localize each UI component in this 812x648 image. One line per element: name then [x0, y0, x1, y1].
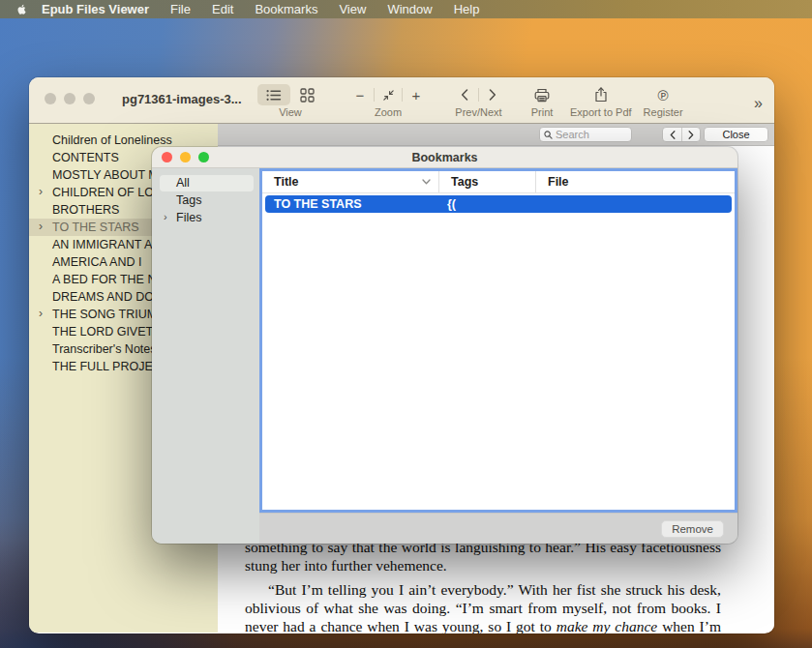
- prev-button[interactable]: [451, 84, 478, 105]
- sidebar-item-label: THE LORD GIVETH: [52, 325, 162, 339]
- column-header-title[interactable]: Title: [262, 171, 438, 192]
- toolbar-group-zoom: − + Zoom: [346, 83, 430, 118]
- apple-menu[interactable]: [10, 2, 33, 16]
- sidebar-item-label: THE FULL PROJEC: [52, 360, 162, 373]
- menu-item-help[interactable]: Help: [443, 2, 491, 16]
- menu-app-name[interactable]: Epub Files Viewer: [33, 2, 160, 16]
- chevron-right-icon: [489, 89, 496, 101]
- dialog-minimize-button[interactable]: [180, 152, 191, 162]
- window-titlebar[interactable]: pg71361-images-3... View −: [29, 77, 774, 124]
- disclosure-chevron-icon[interactable]: ›: [39, 305, 43, 322]
- bookmarks-filter-item[interactable]: All: [160, 175, 254, 191]
- toolbar-group-print: Print: [526, 83, 558, 118]
- toolbar-group-prevnext: Prev/Next: [451, 83, 506, 118]
- minimize-window-button[interactable]: [64, 93, 75, 104]
- grid-view-button[interactable]: [290, 84, 323, 105]
- dialog-bottom-bar: Remove: [259, 513, 737, 544]
- bookmarks-filter-item-label: Files: [176, 211, 201, 224]
- window-title: pg71361-images-3...: [122, 92, 250, 106]
- sidebar-item-label: DREAMS AND DOL: [52, 290, 161, 304]
- table-header: TitleTagsFile: [262, 171, 735, 193]
- grid-view-icon: [300, 88, 315, 103]
- sort-chevron-icon[interactable]: [422, 179, 431, 185]
- toolbar-view-label: View: [279, 106, 302, 118]
- dialog-close-button[interactable]: [162, 152, 172, 162]
- toolbar-export-label: Export to Pdf: [570, 106, 632, 118]
- bookmarks-titlebar[interactable]: Bookmarks: [152, 147, 737, 168]
- toolbar-overflow-button[interactable]: »: [754, 95, 761, 112]
- next-result-button[interactable]: [681, 128, 700, 141]
- sidebar-item-label: CONTENTS: [52, 151, 119, 164]
- bookmark-cell-title: TO THE STARS: [265, 197, 438, 211]
- export-to-pdf-button[interactable]: [585, 84, 617, 105]
- menu-item-window[interactable]: Window: [376, 2, 442, 16]
- registered-p-icon: ℗: [658, 87, 669, 103]
- close-search-button[interactable]: Close: [704, 127, 768, 142]
- bookmarks-filter-item-label: Tags: [176, 193, 201, 207]
- dialog-title: Bookmarks: [411, 151, 477, 164]
- column-header-tags[interactable]: Tags: [438, 171, 535, 192]
- disclosure-chevron-icon[interactable]: ›: [164, 209, 167, 225]
- column-header-label: Tags: [451, 175, 478, 189]
- share-icon: [594, 87, 608, 103]
- column-header-label: Title: [274, 175, 298, 189]
- bookmarks-table[interactable]: TitleTagsFile TO THE STARS{(: [259, 168, 737, 513]
- toolbar-group-register: ℗ Register: [644, 83, 683, 118]
- register-button[interactable]: ℗: [649, 84, 677, 105]
- apple-logo-icon: [15, 2, 28, 16]
- table-rows: TO THE STARS{(: [262, 193, 735, 510]
- next-button[interactable]: [479, 84, 506, 105]
- sidebar-item-label: BROTHERS: [52, 203, 119, 217]
- close-window-button[interactable]: [45, 93, 56, 104]
- sidebar-item-label: CHILDREN OF LON: [52, 186, 163, 199]
- sidebar-item-label: TO THE STARS: [52, 221, 139, 234]
- print-button[interactable]: [526, 84, 558, 105]
- toolbar-print-label: Print: [531, 106, 554, 118]
- sidebar-item-label: AMERICA AND I: [52, 255, 141, 269]
- document-paragraph: “But I’m telling you I ain’t everybody.”…: [245, 580, 721, 633]
- toolbar-group-export: Export to Pdf: [570, 83, 632, 118]
- toolbar-group-view: View: [257, 83, 323, 118]
- toolbar-zoom-label: Zoom: [375, 106, 402, 118]
- remove-button[interactable]: Remove: [661, 520, 724, 538]
- menu-item-bookmarks[interactable]: Bookmarks: [244, 2, 328, 16]
- zoom-fit-button[interactable]: [375, 84, 402, 105]
- zoom-out-button[interactable]: −: [346, 84, 374, 105]
- toolbar-prevnext-label: Prev/Next: [455, 106, 501, 118]
- bookmarks-filter-item[interactable]: Tags: [160, 192, 254, 209]
- column-header-label: File: [548, 175, 569, 189]
- previous-result-button[interactable]: [663, 128, 681, 141]
- search-input[interactable]: [556, 129, 627, 140]
- disclosure-chevron-icon[interactable]: ›: [39, 218, 43, 235]
- bookmarks-filter-item-label: All: [176, 176, 190, 190]
- zoom-window-button[interactable]: [83, 93, 95, 104]
- bookmark-row[interactable]: TO THE STARS{(: [265, 195, 732, 213]
- bookmarks-dialog: Bookmarks AllTags›Files TitleTagsFile TO…: [152, 147, 737, 544]
- sidebar-item-label: Children of Loneliness: [52, 133, 172, 147]
- dialog-zoom-button[interactable]: [198, 152, 209, 162]
- disclosure-chevron-icon[interactable]: ›: [39, 183, 43, 200]
- menu-item-file[interactable]: File: [160, 2, 201, 16]
- sidebar-item-label: Transcriber's Notes: [52, 342, 157, 356]
- dialog-traffic-lights: [162, 152, 209, 162]
- traffic-lights: [45, 93, 95, 104]
- bookmarks-sidebar: AllTags›Files: [152, 168, 259, 544]
- bookmark-cell-tags: {(: [438, 197, 535, 211]
- filter-strip: Close: [218, 124, 774, 146]
- sidebar-item-label: THE SONG TRIUMP: [52, 308, 165, 321]
- menu-item-view[interactable]: View: [328, 2, 376, 16]
- search-result-nav: [662, 127, 701, 142]
- sidebar-item-label: MOSTLY ABOUT M: [52, 168, 159, 182]
- sidebar-item-label: AN IMMIGRANT AM: [52, 238, 163, 251]
- shrink-arrows-icon: [382, 89, 395, 102]
- search-icon: [544, 131, 553, 139]
- zoom-in-button[interactable]: +: [403, 84, 430, 105]
- list-view-button[interactable]: [257, 84, 290, 105]
- printer-icon: [534, 88, 550, 103]
- menu-item-edit[interactable]: Edit: [201, 2, 244, 16]
- bookmarks-filter-item[interactable]: ›Files: [160, 210, 254, 226]
- search-field[interactable]: [539, 127, 632, 142]
- toolbar-register-label: Register: [644, 106, 683, 118]
- column-header-file[interactable]: File: [535, 171, 735, 192]
- document-text: something to say that the world is langu…: [245, 538, 721, 633]
